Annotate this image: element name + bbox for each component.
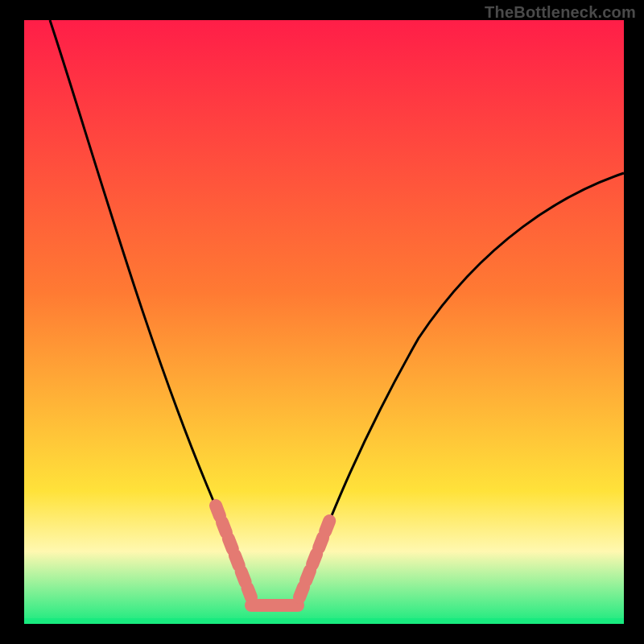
chart-frame: TheBottleneck.com bbox=[0, 0, 644, 644]
bottleneck-chart bbox=[0, 0, 644, 644]
watermark-text: TheBottleneck.com bbox=[485, 3, 636, 22]
baseline-band bbox=[24, 618, 624, 624]
